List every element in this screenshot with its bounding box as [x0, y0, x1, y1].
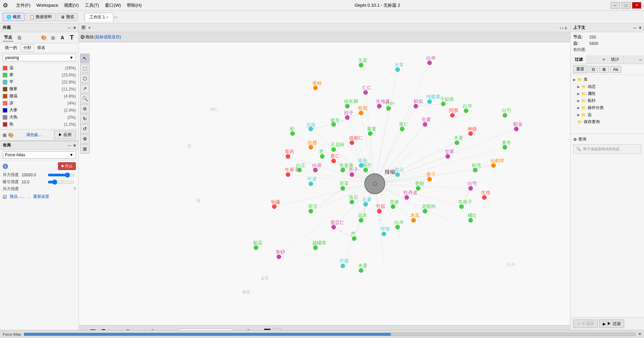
nav-up-icon[interactable]: ∧ — [564, 25, 568, 31]
svg-point-145 — [340, 186, 345, 191]
svg-text:苏: 苏 — [187, 144, 192, 148]
select-button[interactable]: ✕ ✕ 选择 — [573, 320, 598, 328]
partition-tab[interactable]: 分割 — [21, 44, 34, 51]
filter-button[interactable]: ▶ ▶ 过滤 — [599, 320, 624, 328]
svg-text:牛蒡子: 牛蒡子 — [285, 167, 299, 172]
query-drop-area[interactable]: 🔍 将子滤波器拖动到此处 — [573, 144, 641, 154]
svg-text:贝母: 贝母 — [306, 123, 316, 128]
color-icon-tab[interactable]: 🎨 — [40, 34, 48, 42]
menu-workspace[interactable]: Workspace — [34, 2, 61, 8]
appearance-title-label: 外观 — [3, 25, 11, 31]
tab-nav-right[interactable]: › — [116, 15, 117, 19]
ranking-tab[interactable]: 排名 — [35, 44, 48, 51]
action-btn-2[interactable]: ⊠ — [599, 66, 609, 73]
legend-item-1: 寒 (23.6%) — [3, 71, 76, 78]
palette-icon[interactable]: 🎨 — [8, 132, 14, 138]
menu-tools[interactable]: 工具(T) — [82, 2, 102, 9]
tree-item-ops[interactable]: ▶ 📁 操作分类 — [571, 104, 644, 111]
layout-minimize-icon[interactable]: ─ — [68, 143, 71, 148]
svg-text:白芍: 白芍 — [468, 181, 477, 186]
undo-btn[interactable]: ↺ — [80, 124, 90, 133]
tab-nav-left[interactable]: ‹ — [114, 15, 115, 19]
reset-btn[interactable]: 重置 — [573, 65, 587, 73]
nodes-tab[interactable]: 节点 — [3, 34, 13, 42]
overview-button[interactable]: 🌐 概览 — [3, 13, 24, 21]
svg-text:白芍: 白芍 — [502, 108, 511, 113]
filter-tab-close-icon[interactable]: × — [601, 57, 607, 62]
select-x-icon: ✕ — [577, 322, 580, 326]
layout-info-icon[interactable]: ℹ — [3, 164, 8, 169]
nav-right-icon[interactable]: › — [562, 25, 564, 31]
apply-button[interactable]: ▶ 应用 — [54, 131, 76, 139]
preview-button[interactable]: 🖥 预览 — [57, 13, 78, 21]
rect-select-btn[interactable]: ⬚ — [80, 64, 90, 73]
overview-label: 概览 — [13, 14, 21, 20]
redo-btn[interactable]: ↻ — [80, 114, 90, 123]
preset-label[interactable]: 预设...... — [10, 194, 24, 200]
stop-button[interactable]: ■ 停止 — [58, 162, 76, 170]
tree-item-edge[interactable]: ▶ 📁 边 — [571, 111, 644, 118]
filter-tab[interactable]: 过滤 — [571, 55, 587, 64]
filter-icon[interactable]: ⊞ — [3, 132, 7, 138]
action-btn-1[interactable]: ⊟ — [589, 66, 598, 73]
param-slider-0[interactable] — [48, 172, 74, 178]
data-button[interactable]: 📋 数据资料 — [26, 13, 56, 21]
stats-tab-close-icon[interactable]: ─ — [637, 57, 644, 62]
maximize-button[interactable]: □ — [621, 2, 631, 9]
menu-help[interactable]: 帮助(H) — [124, 2, 144, 9]
size-icon-tab[interactable]: ◎ — [49, 34, 57, 42]
label-icon-tab[interactable]: A — [58, 34, 66, 42]
hex-btn[interactable]: ⬡ — [80, 74, 90, 83]
status-close-icon[interactable]: ✕ — [638, 332, 641, 336]
context-minimize-icon[interactable]: ─ — [633, 25, 636, 30]
edges-value: 5806 — [589, 41, 598, 46]
svg-point-141 — [468, 186, 473, 191]
menu-file[interactable]: 文件(F) — [13, 2, 33, 9]
workspace-tab[interactable]: 工作区 1 × — [85, 13, 113, 21]
svg-text:香附: 香附 — [415, 181, 424, 186]
tree-item-attribute[interactable]: ▶ 📁 属性 — [571, 90, 644, 97]
close-button[interactable]: ✕ — [632, 2, 641, 9]
appearance-minimize-icon[interactable]: ─ — [68, 25, 71, 30]
status-label: Force Atlas — [3, 332, 21, 336]
palette-btn[interactable]: 调色板... — [26, 132, 42, 138]
layout-close-icon[interactable]: × — [73, 143, 76, 148]
folder-icon-1: 📁 — [581, 84, 586, 89]
minimize-button[interactable]: ─ — [610, 2, 620, 9]
svg-point-179 — [502, 145, 507, 150]
tree-item-topology[interactable]: ▶ 📁 拓扑 — [571, 97, 644, 104]
graph-panel-close-icon[interactable]: × — [88, 25, 91, 30]
nav-left-icon[interactable]: ‹ — [560, 25, 561, 31]
appearance-close-icon[interactable]: × — [73, 25, 76, 30]
layout-panel: 布局 ─ × Force Atlas ▼ ℹ ■ 停止 — [0, 140, 78, 203]
minus-zoom-btn[interactable]: ⊖ — [80, 104, 90, 113]
stats-tab[interactable]: 统计 — [607, 55, 624, 64]
menu-view[interactable]: 视图(V) — [61, 2, 81, 9]
param-slider-1[interactable] — [48, 179, 74, 185]
context-close-icon[interactable]: × — [639, 25, 641, 30]
zoom-btn[interactable]: 🔍 — [80, 94, 90, 103]
edges-tab[interactable]: 边 — [16, 34, 23, 41]
appearance-dropdown[interactable]: yaoxing ▼ — [3, 54, 76, 61]
param-row-1: 吸引强度 10.0 — [3, 178, 76, 185]
settings-btn[interactable]: ⚙ — [80, 134, 90, 144]
layout-dropdown[interactable]: Force Atlas ▼ — [3, 151, 76, 159]
menu-window[interactable]: 窗口(W) — [102, 2, 123, 9]
checkbox-icon[interactable]: ☑ — [3, 194, 7, 200]
lasso-btn[interactable]: ↗ — [80, 84, 90, 93]
settings2-btn[interactable]: ⊞ — [80, 144, 90, 154]
label-size-icon-tab[interactable]: T — [68, 34, 76, 42]
tree-item-library[interactable]: ▶ 📁 库 — [571, 76, 644, 83]
directed-label: 有向图 — [573, 47, 585, 53]
tab-close-icon[interactable]: × — [106, 15, 108, 19]
svg-text:生黄: 生黄 — [422, 117, 431, 122]
reset-label[interactable]: 重新设置 — [33, 194, 49, 200]
tree-item-save[interactable]: 📁 保存查询 — [571, 118, 644, 125]
param-help-icon[interactable]: ? — [73, 187, 76, 191]
action-btn-3[interactable]: Aa — [610, 66, 621, 73]
unified-tab[interactable]: 统一的 — [3, 44, 19, 51]
tree-item-dynamic[interactable]: ▶ 📁 动态 — [571, 83, 644, 90]
edges-label: 边: — [573, 41, 587, 46]
select-tool-btn[interactable]: ↖ — [80, 54, 90, 63]
layout-dropdown-row: Force Atlas ▼ — [0, 150, 78, 160]
